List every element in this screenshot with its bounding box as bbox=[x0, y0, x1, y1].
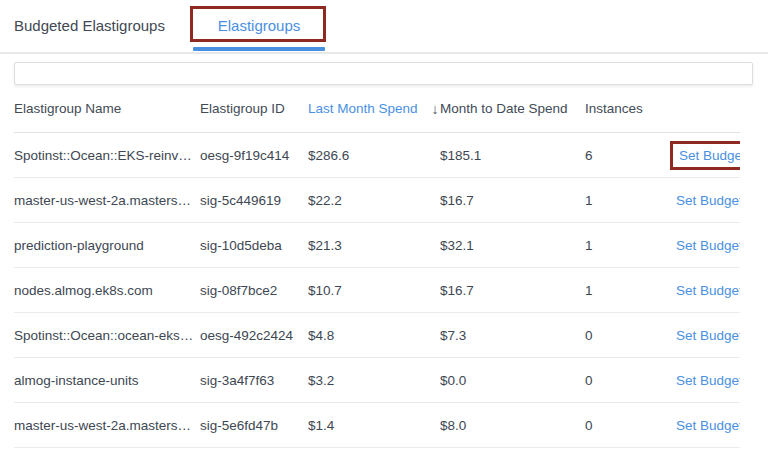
tabbar-divider bbox=[0, 52, 768, 54]
cell-instances: 1 bbox=[585, 238, 670, 253]
annotation-box-set-budget: Set Budget bbox=[670, 141, 740, 170]
header-last-month-spend-label: Last Month Spend bbox=[308, 101, 418, 116]
cell-elastigroup-name: nodes.almog.ek8s.com bbox=[14, 283, 200, 298]
cell-elastigroup-id: oesg-9f19c414 bbox=[200, 148, 308, 163]
cell-action: Set Budget bbox=[670, 328, 740, 343]
cell-action: Set Budget bbox=[670, 141, 740, 170]
table-row: almog-instance-units sig-3a4f7f63 $3.2 $… bbox=[14, 358, 740, 403]
table-header-row: Elastigroup Name Elastigroup ID Last Mon… bbox=[14, 85, 740, 133]
table-row: Spotinst::Ocean::ocean-eks… oesg-492c242… bbox=[14, 313, 740, 358]
set-budget-link[interactable]: Set Budget bbox=[670, 193, 740, 208]
table-row: prediction-playground sig-10d5deba $21.3… bbox=[14, 223, 740, 268]
table-row: master-us-west-2a.masters… sig-5c449619 … bbox=[14, 178, 740, 223]
set-budget-link[interactable]: Set Budget bbox=[670, 328, 740, 343]
cell-month-to-date-spend: $16.7 bbox=[440, 193, 585, 208]
sort-descending-icon[interactable]: ↓ bbox=[432, 101, 439, 117]
search-filter-bar[interactable] bbox=[14, 62, 753, 85]
cell-last-month-spend: $10.7 bbox=[308, 283, 440, 298]
cell-last-month-spend: $1.4 bbox=[308, 418, 440, 433]
tab-elastigroups[interactable]: Elastigroups bbox=[193, 0, 325, 52]
cell-elastigroup-id: sig-10d5deba bbox=[200, 238, 308, 253]
table-row: Spotinst::Ocean::EKS-reinv… oesg-9f19c41… bbox=[14, 133, 740, 178]
cell-action: Set Budget bbox=[670, 418, 740, 433]
cell-last-month-spend: $4.8 bbox=[308, 328, 440, 343]
header-month-to-date-spend[interactable]: Month to Date Spend bbox=[440, 101, 585, 116]
cell-last-month-spend: $22.2 bbox=[308, 193, 440, 208]
elastigroups-table: Elastigroup Name Elastigroup ID Last Mon… bbox=[14, 85, 740, 448]
cell-instances: 1 bbox=[585, 193, 670, 208]
cell-elastigroup-name: Spotinst::Ocean::EKS-reinv… bbox=[14, 148, 200, 163]
active-tab-underline bbox=[193, 47, 325, 51]
tab-budgeted-elastigroups[interactable]: Budgeted Elastigroups bbox=[14, 0, 165, 52]
header-instances[interactable]: Instances bbox=[585, 101, 670, 116]
cell-month-to-date-spend: $8.0 bbox=[440, 418, 585, 433]
tab-bar: Budgeted Elastigroups Elastigroups bbox=[0, 0, 768, 52]
cell-action: Set Budget bbox=[670, 238, 740, 253]
cell-action: Set Budget bbox=[670, 193, 740, 208]
cell-month-to-date-spend: $32.1 bbox=[440, 238, 585, 253]
set-budget-link[interactable]: Set Budget bbox=[670, 283, 740, 298]
header-elastigroup-id[interactable]: Elastigroup ID bbox=[200, 101, 308, 116]
cell-elastigroup-id: sig-5c449619 bbox=[200, 193, 308, 208]
cell-instances: 1 bbox=[585, 283, 670, 298]
set-budget-link[interactable]: Set Budget bbox=[670, 238, 740, 253]
set-budget-link[interactable]: Set Budget bbox=[670, 418, 740, 433]
cell-last-month-spend: $286.6 bbox=[308, 148, 440, 163]
cell-instances: 6 bbox=[585, 148, 670, 163]
cell-elastigroup-id: sig-3a4f7f63 bbox=[200, 373, 308, 388]
set-budget-link[interactable]: Set Budget bbox=[679, 148, 740, 163]
cell-last-month-spend: $21.3 bbox=[308, 238, 440, 253]
cell-action: Set Budget bbox=[670, 283, 740, 298]
cell-elastigroup-name: prediction-playground bbox=[14, 238, 200, 253]
cell-action: Set Budget bbox=[670, 373, 740, 388]
cell-last-month-spend: $3.2 bbox=[308, 373, 440, 388]
cell-month-to-date-spend: $185.1 bbox=[440, 148, 585, 163]
cell-month-to-date-spend: $7.3 bbox=[440, 328, 585, 343]
table-row: master-us-west-2a.masters… sig-5e6fd47b … bbox=[14, 403, 740, 448]
cell-month-to-date-spend: $0.0 bbox=[440, 373, 585, 388]
cell-elastigroup-id: sig-08f7bce2 bbox=[200, 283, 308, 298]
cell-elastigroup-name: master-us-west-2a.masters… bbox=[14, 193, 200, 208]
cell-month-to-date-spend: $16.7 bbox=[440, 283, 585, 298]
cell-elastigroup-name: Spotinst::Ocean::ocean-eks… bbox=[14, 328, 200, 343]
cell-elastigroup-name: almog-instance-units bbox=[14, 373, 200, 388]
header-elastigroup-name[interactable]: Elastigroup Name bbox=[14, 101, 200, 116]
cell-instances: 0 bbox=[585, 328, 670, 343]
cell-elastigroup-id: sig-5e6fd47b bbox=[200, 418, 308, 433]
set-budget-link[interactable]: Set Budget bbox=[670, 373, 740, 388]
table-row: nodes.almog.ek8s.com sig-08f7bce2 $10.7 … bbox=[14, 268, 740, 313]
cell-instances: 0 bbox=[585, 373, 670, 388]
cell-elastigroup-id: oesg-492c2424 bbox=[200, 328, 308, 343]
cell-instances: 0 bbox=[585, 418, 670, 433]
header-last-month-spend[interactable]: Last Month Spend ↓ bbox=[308, 101, 440, 117]
cell-elastigroup-name: master-us-west-2a.masters… bbox=[14, 418, 200, 433]
